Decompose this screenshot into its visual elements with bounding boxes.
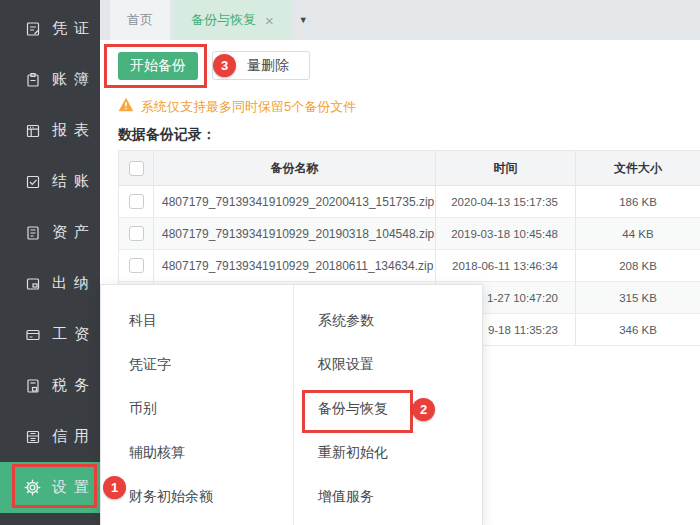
menu-item-initial-balance[interactable]: 财务初始余额	[129, 474, 293, 518]
salary-icon	[24, 326, 41, 343]
cashier-icon	[24, 275, 41, 292]
ledger-icon	[24, 71, 41, 88]
tax-icon	[24, 377, 41, 394]
tab-backup-restore-label: 备份与恢复	[191, 11, 256, 29]
voucher-icon	[24, 20, 41, 37]
sidebar-item-label: 设置	[52, 478, 96, 497]
backup-size-cell: 44 KB	[576, 218, 700, 249]
tab-bar: 首页 备份与恢复 × ▼	[100, 0, 700, 40]
start-backup-button[interactable]: 开始备份	[118, 52, 198, 80]
row-checkbox[interactable]	[129, 226, 144, 241]
sidebar-item-label: 工资	[52, 325, 96, 344]
backup-limit-warning: 系统仅支持最多同时保留5个备份文件	[118, 97, 356, 116]
sidebar-item-credit[interactable]: 信用	[0, 411, 100, 462]
close-icon[interactable]: ×	[265, 13, 274, 28]
closing-icon	[24, 173, 41, 190]
sidebar-item-closing[interactable]: 结账	[0, 156, 100, 207]
table-row: 4807179_79139341910929_20200413_151735.z…	[119, 186, 700, 218]
backup-size-cell: 346 KB	[576, 314, 700, 345]
table-header-row: 备份名称 时间 文件大小	[119, 151, 700, 186]
app-window: 凭证 账簿 报表 结账 资产	[0, 0, 700, 525]
sidebar-item-cashier[interactable]: 出纳	[0, 258, 100, 309]
sidebar-item-label: 凭证	[52, 19, 96, 38]
row-checkbox[interactable]	[129, 258, 144, 273]
menu-item-value-added-services[interactable]: 增值服务	[318, 474, 484, 518]
warning-text: 系统仅支持最多同时保留5个备份文件	[141, 98, 356, 116]
row-checkbox[interactable]	[129, 194, 144, 209]
sidebar-item-tax[interactable]: 税务	[0, 360, 100, 411]
sidebar-item-label: 税务	[52, 376, 96, 395]
backup-name-cell: 4807179_79139341910929_20180611_134634.z…	[154, 250, 436, 281]
sidebar-item-settings[interactable]: 设置	[0, 462, 100, 513]
table-row: 4807179_79139341910929_20190318_104548.z…	[119, 218, 700, 250]
sidebar-item-label: 信用	[52, 427, 96, 446]
sidebar-item-voucher[interactable]: 凭证	[0, 3, 100, 54]
column-header-file-size: 文件大小	[576, 151, 700, 185]
select-all-checkbox[interactable]	[129, 161, 144, 176]
menu-item-permission-settings[interactable]: 权限设置	[318, 342, 484, 386]
report-icon	[24, 122, 41, 139]
column-header-time: 时间	[436, 151, 576, 185]
menu-item-voucher-word[interactable]: 凭证字	[129, 342, 293, 386]
settings-gear-icon	[24, 479, 41, 496]
tab-home[interactable]: 首页	[110, 0, 170, 40]
settings-popup-menu: 科目 凭证字 币别 辅助核算 财务初始余额 系统参数 权限设置 备份与恢复 重新…	[100, 284, 483, 525]
asset-icon	[24, 224, 41, 241]
backup-size-cell: 315 KB	[576, 282, 700, 313]
sidebar-item-label: 账簿	[52, 70, 96, 89]
backup-size-cell: 208 KB	[576, 250, 700, 281]
backup-name-cell: 4807179_79139341910929_20190318_104548.z…	[154, 218, 436, 249]
sidebar-item-report[interactable]: 报表	[0, 105, 100, 156]
chevron-down-icon[interactable]: ▼	[299, 0, 308, 40]
menu-item-currency[interactable]: 币别	[129, 386, 293, 430]
sidebar-item-label: 出纳	[52, 274, 96, 293]
backup-size-cell: 186 KB	[576, 186, 700, 217]
backup-name-cell: 4807179_79139341910929_20200413_151735.z…	[154, 186, 436, 217]
menu-item-system-params[interactable]: 系统参数	[318, 298, 484, 342]
sidebar: 凭证 账簿 报表 结账 资产	[0, 0, 100, 525]
sidebar-item-asset[interactable]: 资产	[0, 207, 100, 258]
backup-time-cell: 2019-03-18 10:45:48	[436, 218, 576, 249]
sidebar-item-salary[interactable]: 工资	[0, 309, 100, 360]
sidebar-item-ledger[interactable]: 账簿	[0, 54, 100, 105]
warning-triangle-icon	[118, 97, 134, 116]
table-row: 4807179_79139341910929_20180611_134634.z…	[119, 250, 700, 282]
sidebar-item-label: 资产	[52, 223, 96, 242]
sidebar-item-label: 报表	[52, 121, 96, 140]
tab-backup-restore[interactable]: 备份与恢复 ×	[174, 0, 291, 40]
backup-time-cell: 2020-04-13 15:17:35	[436, 186, 576, 217]
credit-icon	[24, 428, 41, 445]
menu-item-auxiliary-accounting[interactable]: 辅助核算	[129, 430, 293, 474]
menu-item-subjects[interactable]: 科目	[129, 298, 293, 342]
sidebar-item-label: 结账	[52, 172, 96, 191]
backup-time-cell: 2018-06-11 13:46:34	[436, 250, 576, 281]
menu-item-backup-restore[interactable]: 备份与恢复	[318, 386, 484, 430]
menu-item-reinitialize[interactable]: 重新初始化	[318, 430, 484, 474]
section-title: 数据备份记录：	[118, 126, 216, 144]
tab-home-label: 首页	[127, 11, 153, 29]
column-header-backup-name: 备份名称	[154, 151, 436, 185]
batch-delete-button[interactable]: 量删除	[212, 51, 310, 80]
